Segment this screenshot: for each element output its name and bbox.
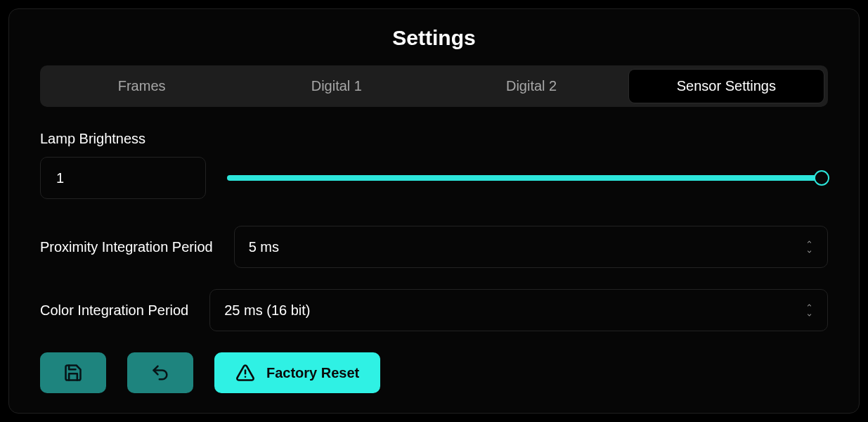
proximity-value: 5 ms bbox=[249, 239, 279, 255]
color-period-label: Color Integration Period bbox=[40, 302, 188, 319]
lamp-brightness-input[interactable] bbox=[40, 157, 206, 199]
button-row: Factory Reset bbox=[40, 352, 828, 393]
slider-track bbox=[227, 175, 828, 181]
undo-icon bbox=[150, 363, 170, 383]
factory-reset-label: Factory Reset bbox=[266, 365, 359, 381]
tab-digital2[interactable]: Digital 2 bbox=[434, 70, 629, 103]
color-period-value: 25 ms (16 bit) bbox=[224, 302, 310, 319]
tab-sensor-settings[interactable]: Sensor Settings bbox=[629, 70, 824, 103]
color-period-select[interactable]: 25 ms (16 bit) ⌃⌃ bbox=[209, 289, 828, 331]
settings-panel: Settings Frames Digital 1 Digital 2 Sens… bbox=[8, 8, 860, 414]
save-icon bbox=[63, 363, 83, 383]
tab-frames[interactable]: Frames bbox=[44, 70, 239, 103]
page-title: Settings bbox=[40, 26, 828, 50]
tab-digital1[interactable]: Digital 1 bbox=[239, 70, 434, 103]
slider-thumb[interactable] bbox=[814, 170, 829, 186]
warning-icon bbox=[235, 363, 255, 383]
lamp-brightness-row bbox=[40, 157, 828, 199]
chevron-updown-icon: ⌃⌃ bbox=[805, 242, 813, 252]
factory-reset-button[interactable]: Factory Reset bbox=[214, 352, 380, 393]
color-period-row: Color Integration Period 25 ms (16 bit) … bbox=[40, 289, 828, 331]
lamp-brightness-label: Lamp Brightness bbox=[40, 131, 828, 147]
lamp-brightness-slider[interactable] bbox=[227, 170, 828, 186]
proximity-row: Proximity Integration Period 5 ms ⌃⌃ bbox=[40, 226, 828, 268]
save-button[interactable] bbox=[40, 352, 106, 393]
proximity-label: Proximity Integration Period bbox=[40, 239, 213, 255]
undo-button[interactable] bbox=[127, 352, 193, 393]
proximity-select[interactable]: 5 ms ⌃⌃ bbox=[234, 226, 828, 268]
chevron-updown-icon: ⌃⌃ bbox=[805, 305, 813, 315]
tabs: Frames Digital 1 Digital 2 Sensor Settin… bbox=[40, 65, 828, 107]
